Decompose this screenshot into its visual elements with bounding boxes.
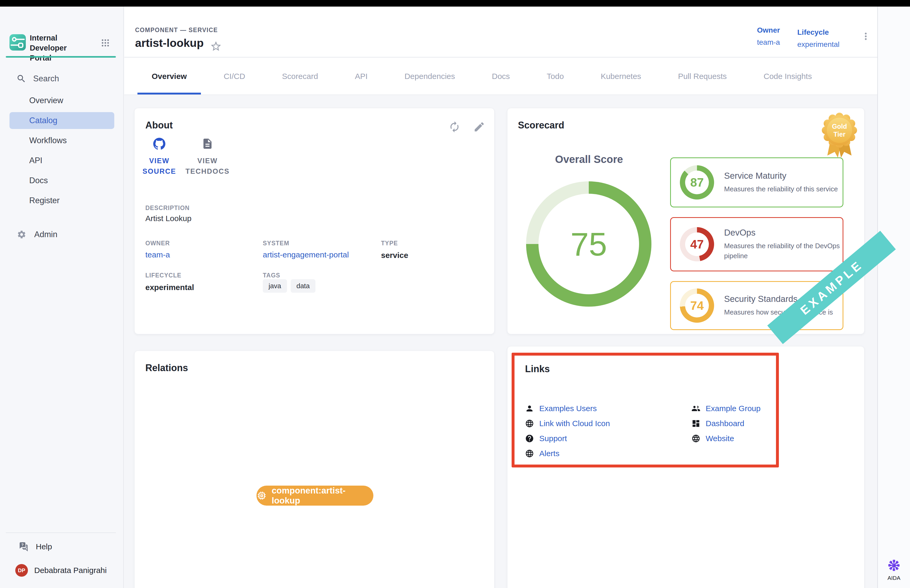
link-support[interactable]: Support (525, 431, 610, 446)
type-field-value: service (381, 251, 408, 260)
tab-dependencies[interactable]: Dependencies (386, 58, 474, 94)
help-chat-icon: ? (18, 541, 28, 552)
tab-api[interactable]: API (336, 58, 386, 94)
score-title: Service Maturity (724, 171, 842, 181)
tab-scorecard[interactable]: Scorecard (263, 58, 336, 94)
link-examples-users[interactable]: Examples Users (525, 401, 610, 416)
view-source-button[interactable]: VIEW SOURCE (136, 138, 183, 177)
relations-card: Relations component:artist-lookup (134, 351, 495, 588)
logo-glyph-icon (10, 34, 26, 50)
score-desc: Measures the reliability of this service (724, 184, 842, 194)
scorecard-card: Scorecard (507, 108, 865, 334)
lifecycle-value: experimental (797, 40, 839, 49)
top-black-bar (0, 0, 910, 6)
tag-chip: data (291, 279, 316, 293)
globe-icon (525, 419, 534, 428)
lifecycle-label: Lifecycle (797, 28, 839, 37)
gear-icon (17, 230, 26, 239)
sidebar-item-catalog[interactable]: Catalog (10, 112, 114, 129)
sidebar-divider (6, 533, 116, 533)
links-column-left: Examples Users Link with Cloud Icon (525, 401, 610, 461)
user-menu[interactable]: DP Debabrata Panigrahi (15, 564, 107, 577)
favorite-star-icon[interactable] (210, 40, 222, 52)
apps-grid-icon[interactable] (100, 38, 110, 48)
tags-row: java data (263, 279, 315, 293)
owner-field-label: OWNER (145, 240, 170, 247)
gold-tier-badge: Gold Tier (818, 111, 860, 159)
help-label: Help (36, 542, 52, 551)
tab-overview[interactable]: Overview (133, 58, 205, 94)
badge-line1: Gold (832, 123, 847, 130)
sidebar-search[interactable]: Search (16, 74, 59, 84)
sidebar-item-admin[interactable]: Admin (17, 230, 57, 239)
relations-entity-chip[interactable]: component:artist-lookup (257, 486, 373, 506)
entity-header: COMPONENT — SERVICE artist-lookup Owner … (124, 6, 877, 57)
about-card: About VIEW SOURCE (134, 108, 495, 334)
view-source-label: VIEW SOURCE (136, 155, 183, 177)
links-highlight-box: Links Examples Users Link w (512, 353, 779, 467)
refresh-icon[interactable] (448, 121, 461, 133)
relations-heading: Relations (145, 362, 188, 373)
overall-score-value: 75 (571, 225, 607, 263)
owner-label: Owner (757, 26, 780, 34)
sidebar-item-api[interactable]: API (10, 152, 114, 169)
app-title: Internal Developer Portal (30, 33, 88, 63)
main-area: COMPONENT — SERVICE artist-lookup Owner … (124, 6, 877, 588)
system-field-link[interactable]: artist-engagement-portal (263, 250, 349, 259)
page-title: artist-lookup (135, 37, 204, 50)
user-name: Debabrata Panigrahi (34, 566, 107, 575)
tab-pull-requests[interactable]: Pull Requests (659, 58, 745, 94)
links-heading: Links (525, 363, 550, 375)
svg-text:?: ? (21, 543, 24, 547)
group-icon (692, 404, 700, 413)
link-example-group[interactable]: Example Group (692, 401, 760, 416)
github-icon (153, 138, 165, 150)
view-techdocs-button[interactable]: VIEW TECHDOCS (184, 138, 231, 177)
aida-flower-icon (887, 558, 901, 573)
link-website[interactable]: Website (692, 431, 760, 446)
relations-chip-label: component:artist-lookup (272, 486, 373, 506)
tab-cicd[interactable]: CI/CD (205, 58, 263, 94)
owner-field-link[interactable]: team-a (145, 250, 170, 259)
sidebar-help[interactable]: ? Help (18, 541, 52, 552)
score-ring: 87 (680, 165, 714, 200)
link-cloud[interactable]: Link with Cloud Icon (525, 416, 610, 431)
sidebar-item-workflows[interactable]: Workflows (10, 132, 114, 149)
tab-kubernetes[interactable]: Kubernetes (582, 58, 659, 94)
lifecycle-field-label: LIFECYCLE (145, 272, 181, 279)
tab-todo[interactable]: Todo (528, 58, 582, 94)
tab-code-insights[interactable]: Code Insights (745, 58, 830, 94)
document-icon (201, 138, 213, 150)
aida-label: AIDA (887, 575, 900, 581)
more-options-icon[interactable] (860, 31, 871, 42)
view-techdocs-label: VIEW TECHDOCS (184, 155, 231, 177)
owner-value-link[interactable]: team-a (757, 38, 780, 47)
sidebar-item-register[interactable]: Register (10, 192, 114, 209)
system-field-label: SYSTEM (263, 240, 289, 247)
score-title: DevOps (724, 228, 842, 237)
lifecycle-field-value: experimental (145, 283, 194, 292)
score-item-service-maturity[interactable]: 87 Service Maturity Measures the reliabi… (670, 157, 844, 207)
edit-pencil-icon[interactable] (473, 121, 485, 133)
user-icon (525, 404, 534, 413)
sidebar-item-docs[interactable]: Docs (10, 172, 114, 189)
globe-icon (525, 449, 534, 458)
tab-bar: Overview CI/CD Scorecard API Dependencie… (124, 58, 877, 95)
description-label: DESCRIPTION (145, 205, 189, 212)
about-actions (448, 121, 485, 133)
admin-label: Admin (34, 230, 57, 239)
score-item-devops[interactable]: 47 DevOps Measures the reliability of th… (670, 217, 844, 271)
link-alerts[interactable]: Alerts (525, 446, 610, 461)
sidebar-item-overview[interactable]: Overview (10, 92, 114, 109)
tab-docs[interactable]: Docs (474, 58, 528, 94)
sidebar-nav: Overview Catalog Workflows API Docs Regi… (10, 92, 114, 212)
chip-icon (257, 490, 267, 501)
link-dashboard[interactable]: Dashboard (692, 416, 760, 431)
sidebar-accent-divider (6, 56, 116, 58)
app-logo[interactable] (10, 34, 26, 50)
overall-gauge: 75 (526, 181, 651, 307)
help-circle-icon (525, 434, 534, 443)
aida-button[interactable]: AIDA (878, 558, 910, 581)
breadcrumb: COMPONENT — SERVICE (135, 27, 218, 34)
owner-meta: Owner team-a (757, 26, 780, 47)
